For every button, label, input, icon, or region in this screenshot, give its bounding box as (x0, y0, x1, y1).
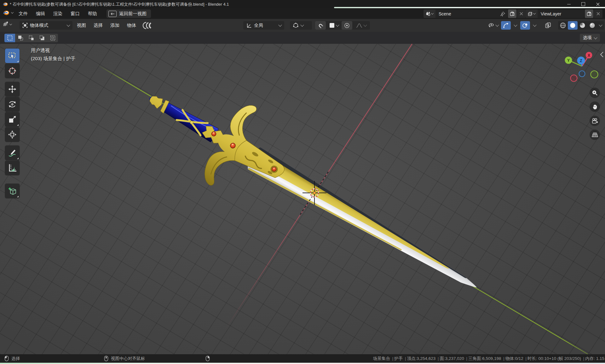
object-mode-icon (22, 23, 28, 28)
options-button[interactable]: 选项 (580, 34, 600, 42)
options-label: 选项 (583, 35, 592, 41)
gizmo-axis-z-neg[interactable] (579, 71, 585, 77)
shading-wireframe-button[interactable] (558, 21, 568, 30)
chevron-down-icon (533, 23, 536, 26)
editor-type-button[interactable] (3, 21, 12, 27)
select-mode-buttons (4, 34, 58, 42)
mode-selector[interactable]: 物体模式 (20, 21, 72, 30)
new-viewlayer-button[interactable] (585, 9, 593, 18)
chevron-down-icon (300, 23, 304, 26)
stat-active-object: 护手 (394, 356, 407, 361)
shading-rendered-button[interactable] (587, 21, 597, 30)
menu-select[interactable]: 选择 (90, 21, 107, 30)
viewport-canvas[interactable]: Y X Z 用户透视 (203) 场景集合 | 护手 (0, 44, 605, 354)
proportional-falloff-dropdown[interactable] (352, 21, 370, 30)
xray-icon (545, 22, 551, 28)
chevron-down-icon (66, 23, 70, 26)
close-icon (596, 12, 600, 15)
viewlayer-selector[interactable]: ViewLayer (526, 9, 584, 18)
select-mode-set[interactable] (4, 34, 15, 42)
menu-view[interactable]: 视图 (73, 21, 90, 30)
menu-file[interactable]: 文件 (14, 9, 32, 18)
select-intersect-icon (50, 35, 55, 41)
transform-orientation-dropdown[interactable]: 全局 (243, 21, 284, 30)
camera-view-button[interactable] (590, 116, 600, 126)
mode-label: 物体模式 (30, 22, 65, 28)
tool-rotate[interactable] (5, 97, 20, 112)
select-mode-extend[interactable] (15, 34, 26, 42)
zoom-button[interactable] (590, 88, 600, 98)
tool-measure[interactable] (5, 161, 20, 175)
shading-material-button[interactable] (578, 21, 587, 30)
select-mode-subtract[interactable] (26, 34, 37, 42)
scene-statistics: 场景集合 护手 顶点:3,254,623 面:3,237,020 三角面:6,5… (373, 354, 604, 363)
measure-icon (8, 164, 17, 172)
scene-selector[interactable]: Scene (424, 9, 507, 18)
rmb-hint (205, 355, 210, 361)
shading-solid-button[interactable] (568, 21, 578, 30)
app-menu-button[interactable] (3, 9, 13, 16)
chevron-down-icon (431, 12, 434, 14)
select-subtract-icon (29, 35, 34, 41)
chevron-down-icon (11, 11, 14, 13)
tool-box-select[interactable] (5, 49, 20, 63)
grid-perspective-icon (592, 132, 598, 138)
mouse-right-icon (205, 355, 210, 361)
shading-mode-group (558, 21, 604, 30)
editor-type-icon (3, 21, 9, 27)
pin-icon[interactable] (500, 11, 505, 17)
back-arrow-icon (108, 11, 117, 17)
select-mode-intersect[interactable] (47, 34, 58, 42)
gizmo-icon (503, 22, 509, 28)
chevron-down-icon (594, 36, 597, 39)
tool-scale[interactable] (5, 112, 20, 127)
back-to-previous-view-button[interactable]: 返回前一视图 (107, 9, 151, 18)
chevron-down-icon (363, 23, 367, 26)
zoom-icon (592, 90, 598, 96)
tool-annotate[interactable] (5, 146, 20, 160)
new-scene-button[interactable] (508, 9, 516, 18)
viewlayer-name: ViewLayer (538, 11, 584, 16)
pan-button[interactable] (590, 101, 600, 112)
proportional-edit-toggle[interactable] (342, 21, 352, 30)
sidebar-toggle-chevron[interactable] (601, 52, 603, 57)
snap-target-dropdown[interactable] (326, 21, 342, 30)
menu-edit[interactable]: 编辑 (32, 9, 49, 18)
snap-toggle[interactable] (315, 21, 326, 30)
mouse-middle-icon (104, 355, 108, 361)
navigation-gizmo[interactable]: Y X Z (565, 52, 598, 82)
menu-help[interactable]: 帮助 (84, 9, 101, 18)
shading-dropdown[interactable] (597, 21, 604, 30)
gizmos-dropdown[interactable] (512, 21, 519, 30)
pivot-point-dropdown[interactable] (290, 21, 312, 30)
unlink-scene-button[interactable] (517, 9, 526, 18)
visibility-dropdown[interactable] (487, 22, 500, 29)
tool-move[interactable] (5, 82, 20, 96)
gizmo-axis-y-neg[interactable] (591, 71, 598, 78)
xray-toggle[interactable] (543, 21, 553, 30)
lmb-hint-label: 选择 (11, 356, 20, 361)
overlays-dropdown[interactable] (531, 21, 538, 30)
menu-add[interactable]: 添加 (107, 21, 123, 30)
rendered-sphere-icon (589, 22, 595, 28)
tool-cursor[interactable] (5, 64, 20, 78)
gizmo-x-label: X (588, 53, 590, 58)
select-mode-invert[interactable] (37, 34, 47, 42)
stat-memory: 内存: 1.15 (585, 356, 604, 361)
tool-settings-bar: 选项 (0, 32, 605, 44)
material-sphere-icon (579, 22, 585, 28)
menu-object[interactable]: 物体 (123, 21, 140, 30)
overlays-toggle[interactable] (520, 21, 530, 30)
gizmos-toggle[interactable] (501, 21, 511, 30)
menu-window[interactable]: 窗口 (66, 9, 84, 18)
orthographic-toggle-button[interactable] (590, 130, 600, 140)
pivot-point-icon (293, 22, 299, 28)
tool-transform[interactable] (5, 127, 20, 142)
maximize-icon (581, 2, 585, 6)
scene-icon (424, 9, 435, 18)
window-title: * 石中剑摩托车钥匙(参数可调备份 [E:\石中剑摩托车钥匙\1.工程文件\石中… (10, 2, 229, 7)
tool-add-cube[interactable] (5, 184, 20, 198)
remove-viewlayer-button[interactable] (594, 9, 602, 18)
gizmo-axis-x-neg[interactable] (571, 75, 577, 82)
menu-render[interactable]: 渲染 (49, 9, 66, 18)
